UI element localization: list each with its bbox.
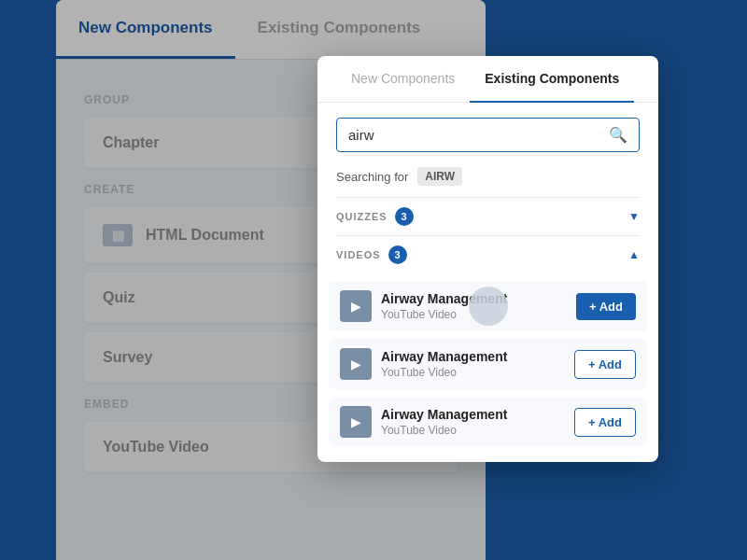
searching-for-row: Searching for AIRW (317, 163, 658, 197)
search-area: 🔍 (317, 103, 658, 163)
item-subtitle: YouTube Video (381, 366, 565, 379)
modal-tab-existing[interactable]: Existing Components (470, 56, 634, 103)
list-item: ▶ Airway Management YouTube Video + Add (329, 397, 647, 447)
search-input[interactable] (348, 127, 601, 143)
videos-section-header[interactable]: VIDEOS 3 ▲ (317, 236, 658, 273)
add-button[interactable]: + Add (574, 350, 636, 379)
add-button-primary[interactable]: + Add (576, 293, 636, 320)
add-button[interactable]: + Add (574, 408, 636, 437)
quizzes-collapse-icon[interactable]: ▼ (628, 210, 640, 223)
search-icon: 🔍 (609, 126, 627, 144)
quizzes-label: QUIZZES (336, 211, 388, 222)
search-tag: AIRW (417, 167, 462, 186)
video-item-icon: ▶ (340, 290, 372, 322)
item-subtitle: YouTube Video (381, 424, 565, 437)
video-item-icon: ▶ (340, 348, 372, 380)
list-item: ▶ Airway Management YouTube Video + Add (329, 281, 647, 331)
videos-expand-icon[interactable]: ▲ (628, 248, 640, 261)
item-title: Airway Management (381, 407, 565, 422)
item-text: Airway Management YouTube Video (381, 407, 565, 437)
item-text: Airway Management YouTube Video (381, 349, 565, 379)
videos-header-left: VIDEOS 3 (336, 245, 407, 264)
quizzes-header-left: QUIZZES 3 (336, 207, 414, 226)
search-box[interactable]: 🔍 (336, 118, 640, 152)
videos-label: VIDEOS (336, 249, 381, 260)
modal-tabs: New Components Existing Components (317, 56, 658, 103)
quizzes-badge: 3 (395, 207, 414, 226)
existing-components-modal: New Components Existing Components 🔍 Sea… (317, 56, 658, 462)
modal-tab-new[interactable]: New Components (336, 56, 470, 103)
searching-for-label: Searching for (336, 170, 408, 184)
list-item: ▶ Airway Management YouTube Video + Add (329, 339, 647, 389)
loading-spinner (469, 287, 508, 326)
video-item-icon: ▶ (340, 406, 372, 438)
video-items-list: ▶ Airway Management YouTube Video + Add … (317, 273, 658, 462)
item-title: Airway Management (381, 349, 565, 364)
quizzes-section-header[interactable]: QUIZZES 3 ▼ (317, 198, 658, 235)
videos-badge: 3 (388, 245, 407, 264)
